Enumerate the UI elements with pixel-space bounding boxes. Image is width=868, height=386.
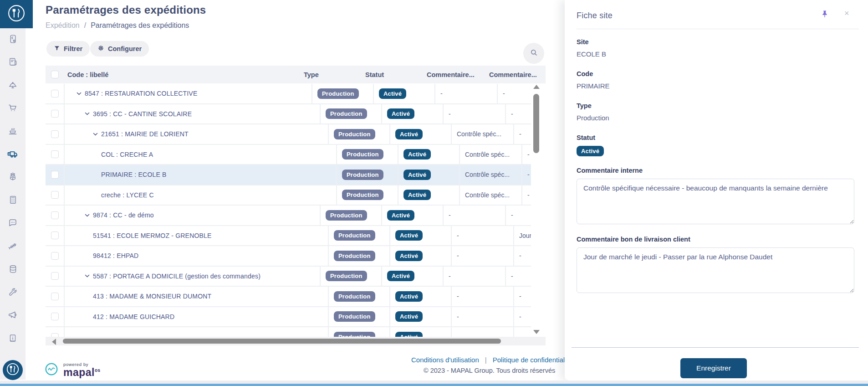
- mapal-round-logo[interactable]: [3, 360, 23, 380]
- table-row[interactable]: 5587 : PORTAGE A DOMICILE (gestion des c…: [46, 267, 546, 287]
- comment-interne-cell: -: [451, 307, 513, 327]
- table-row[interactable]: COL : CRECHE A Production Activé Contrôl…: [46, 145, 546, 165]
- scroll-up-arrow[interactable]: [533, 85, 540, 89]
- row-checkbox[interactable]: [51, 272, 59, 280]
- row-checkbox[interactable]: [51, 313, 59, 320]
- panel-field-type: TypeProduction: [577, 102, 854, 134]
- field-label: Site: [577, 38, 854, 46]
- scroll-down-arrow[interactable]: [533, 330, 540, 334]
- table-row[interactable]: 8547 : RESTAURATION COLLECTIVE Productio…: [46, 84, 546, 104]
- sidebar-item-menus[interactable]: [0, 33, 26, 45]
- type-badge: Production: [326, 271, 367, 281]
- type-badge: Production: [326, 108, 367, 119]
- sidebar-item-costing[interactable]: [0, 194, 26, 206]
- sidebar-item-stock[interactable]: [0, 171, 26, 183]
- row-label: 412 : MADAME GUICHARD: [93, 313, 174, 320]
- sidebar-item-messages[interactable]: [0, 217, 26, 229]
- footer-links: Conditions d'utilisation|Politique de co…: [411, 356, 572, 364]
- row-checkbox[interactable]: [51, 191, 59, 199]
- sidebar-item-help[interactable]: [0, 332, 26, 344]
- vertical-scrollbar-thumb[interactable]: [533, 94, 539, 153]
- table-row[interactable]: creche : LYCEE C Production Activé Contr…: [46, 185, 546, 206]
- save-button[interactable]: Enregistrer: [680, 358, 747, 378]
- comment-interne-cell: -: [451, 226, 513, 246]
- row-checkbox[interactable]: [51, 110, 59, 118]
- row-checkbox[interactable]: [51, 232, 59, 239]
- scroll-left-arrow[interactable]: [52, 339, 56, 345]
- chat-icon: [7, 217, 18, 228]
- column-header-comment-livraison[interactable]: Commentaire...: [484, 71, 546, 78]
- terms-link[interactable]: Conditions d'utilisation: [411, 356, 479, 364]
- status-badge: Activé: [395, 291, 423, 302]
- column-header-comment-interne[interactable]: Commentaire...: [422, 71, 484, 78]
- breadcrumb-parent[interactable]: Expédition: [46, 21, 80, 29]
- close-icon[interactable]: ×: [842, 8, 852, 19]
- row-label: 51541 : ECOLE MERMOZ - GRENOBLE: [93, 232, 212, 239]
- filter-button[interactable]: Filtrer: [46, 41, 90, 57]
- table-row[interactable]: 3695 : CC - CANTINE SCOLAIRE Production …: [46, 104, 546, 125]
- gear-icon: [97, 45, 104, 53]
- row-checkbox[interactable]: [51, 90, 59, 98]
- status-badge: Activé: [387, 210, 414, 221]
- wrench-icon: [8, 287, 18, 297]
- type-badge: Production: [342, 190, 383, 200]
- delivery-truck-icon: [7, 148, 19, 160]
- field-label: Statut: [577, 134, 854, 141]
- status-badge: Activé: [403, 149, 431, 160]
- sidebar-item-settings[interactable]: [0, 286, 26, 298]
- row-label: 8547 : RESTAURATION COLLECTIVE: [85, 90, 197, 97]
- chevron-down-icon[interactable]: [85, 214, 90, 217]
- funnel-icon: [54, 45, 60, 53]
- sidebar-item-meals[interactable]: [0, 79, 26, 91]
- row-checkbox[interactable]: [51, 211, 59, 219]
- sidebar-item-orders[interactable]: [0, 102, 26, 114]
- comment-interne-cell: -: [434, 84, 497, 103]
- table-row[interactable]: 21651 : MAIRIE DE LORIENT Production Act…: [46, 124, 546, 145]
- column-header-type[interactable]: Type: [299, 71, 360, 78]
- field-label: Type: [577, 102, 854, 109]
- table-row[interactable]: 51541 : ECOLE MERMOZ - GRENOBLE Producti…: [46, 226, 546, 247]
- stock-boxes-icon: [7, 171, 18, 182]
- table-row[interactable]: 98412 : EHPAD Production Activé - -: [46, 246, 546, 267]
- comment-interne-textarea[interactable]: [577, 179, 854, 224]
- sidebar-item-announcements[interactable]: [0, 309, 26, 321]
- shopping-cart-icon: [7, 103, 18, 113]
- field-value: PRIMAIRE: [577, 82, 854, 90]
- status-badge: Activé: [577, 146, 604, 156]
- table-row[interactable]: 9874 : CC - de démo Production Activé - …: [46, 206, 546, 226]
- table-row[interactable]: 413 : MADAME & MONSIEUR DUMONT Productio…: [46, 287, 546, 307]
- status-badge: Activé: [395, 230, 423, 241]
- search-icon: [530, 48, 538, 58]
- sidebar-item-expedition[interactable]: [0, 148, 26, 160]
- sidebar-item-documents[interactable]: [0, 56, 26, 68]
- chevron-down-icon[interactable]: [85, 274, 90, 278]
- row-checkbox[interactable]: [51, 171, 59, 179]
- row-checkbox[interactable]: [51, 293, 59, 300]
- sidebar-item-traceability[interactable]: [0, 240, 26, 252]
- site-detail-panel: Fiche site × SiteECOLE BCodePRIMAIREType…: [565, 0, 868, 381]
- comment-livraison-textarea[interactable]: [577, 247, 854, 293]
- row-checkbox[interactable]: [51, 150, 59, 158]
- configure-button[interactable]: Configurer: [90, 41, 149, 57]
- type-badge: Production: [342, 149, 383, 160]
- table-row[interactable]: PRIMAIRE : ECOLE B Production Activé Con…: [46, 165, 546, 185]
- horizontal-scrollbar-thumb[interactable]: [63, 339, 501, 344]
- sidebar-item-production[interactable]: [0, 125, 26, 137]
- clipboard-heart-icon: [8, 34, 18, 44]
- row-checkbox[interactable]: [51, 252, 59, 260]
- table-row[interactable]: Production Activé: [46, 327, 546, 338]
- app-logo[interactable]: [0, 0, 33, 28]
- row-label: 9874 : CC - de démo: [93, 211, 154, 219]
- pin-button[interactable]: [817, 9, 832, 21]
- chevron-down-icon[interactable]: [77, 92, 82, 95]
- chevron-down-icon[interactable]: [85, 112, 90, 115]
- privacy-link[interactable]: Politique de confidentialité: [493, 356, 572, 364]
- column-header-statut[interactable]: Statut: [360, 71, 422, 78]
- search-button[interactable]: [523, 43, 544, 64]
- sidebar-item-data[interactable]: [0, 263, 26, 275]
- column-header-code[interactable]: Code : libellé: [64, 71, 299, 78]
- table-row[interactable]: 412 : MADAME GUICHARD Production Activé …: [46, 307, 546, 328]
- select-all-checkbox[interactable]: [51, 71, 59, 78]
- row-checkbox[interactable]: [51, 130, 59, 138]
- chevron-down-icon[interactable]: [93, 133, 98, 136]
